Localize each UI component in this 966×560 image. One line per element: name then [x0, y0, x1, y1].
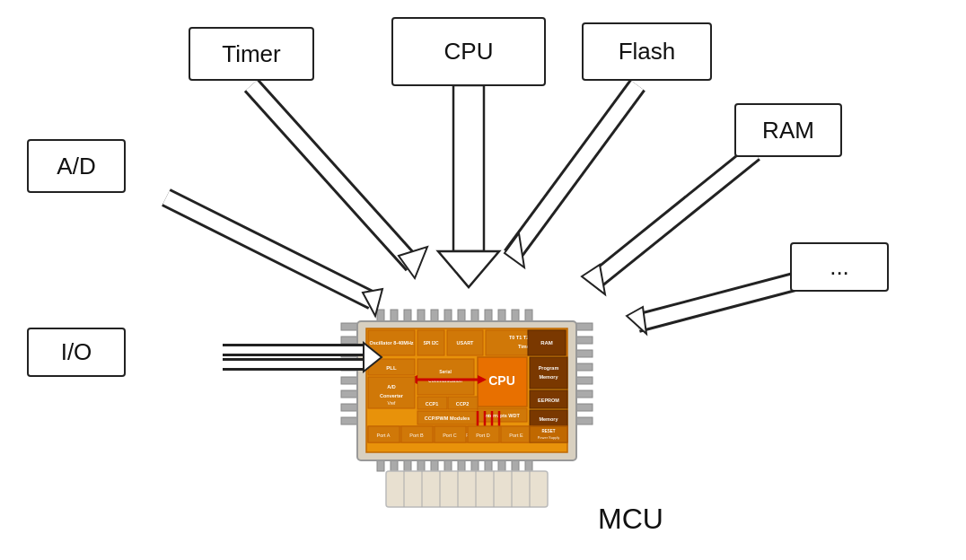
svg-marker-2 [438, 251, 499, 287]
diagram: CPU Timer Flash RAM A/D I/O ... [0, 0, 966, 560]
flash-label-box: Flash [582, 22, 712, 81]
dots-label-text: ... [830, 253, 849, 281]
svg-line-16 [166, 197, 373, 301]
svg-line-13 [637, 278, 808, 323]
svg-line-7 [512, 85, 637, 256]
cpu-label-text: CPU [444, 38, 494, 66]
ad-label-box: A/D [27, 139, 126, 193]
svg-marker-22 [364, 343, 382, 372]
svg-marker-1 [453, 85, 484, 251]
cpu-label-box: CPU [391, 17, 546, 86]
io-label-text: I/O [61, 338, 92, 366]
timer-label-box: Timer [189, 27, 314, 81]
flash-label-text: Flash [619, 38, 676, 66]
svg-marker-14 [627, 307, 646, 334]
io-label-box: I/O [27, 328, 126, 377]
timer-label-text: Timer [222, 40, 280, 68]
dots-label-box: ... [790, 242, 889, 292]
ram-label-text: RAM [762, 117, 814, 144]
ram-label-box: RAM [734, 103, 842, 157]
ad-label-text: A/D [57, 153, 95, 180]
svg-line-10 [593, 153, 754, 283]
svg-line-4 [251, 85, 413, 265]
